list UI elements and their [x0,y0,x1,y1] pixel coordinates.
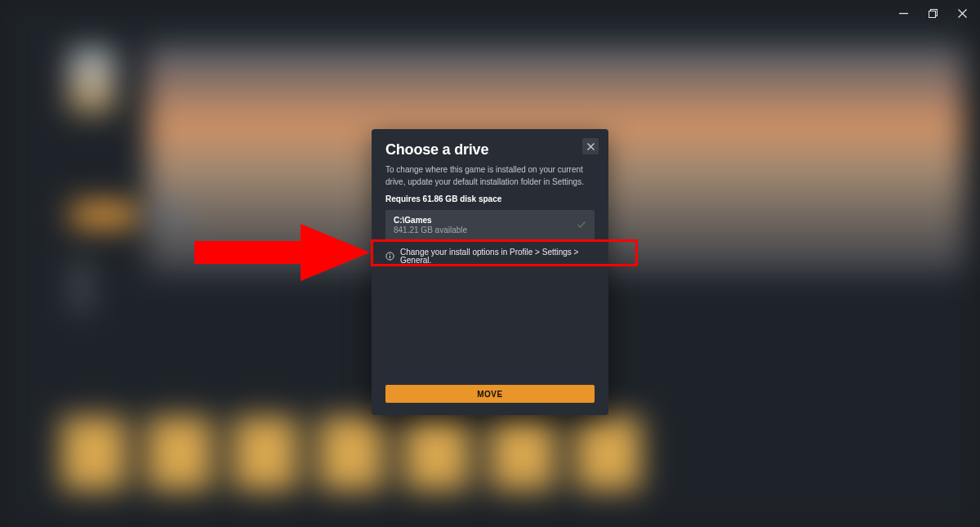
check-icon [577,218,586,233]
restore-icon [929,9,938,18]
dialog-footer: MOVE [372,375,608,415]
dialog-description: To change where this game is installed o… [372,163,608,194]
window-controls [889,4,976,22]
drive-option[interactable]: C:\Games 841.21 GB available [385,210,595,240]
drive-available: 841.21 GB available [394,226,586,234]
dialog-header: Choose a drive [372,129,608,163]
info-icon [385,249,394,264]
restore-button[interactable] [927,7,938,19]
drive-path: C:\Games [394,216,586,225]
svg-point-7 [390,254,390,255]
minimize-icon [899,9,908,18]
move-button[interactable]: MOVE [385,385,595,403]
close-button[interactable] [956,7,968,19]
choose-drive-dialog: Choose a drive To change where this game… [372,129,608,415]
close-icon [958,9,967,18]
minimize-button[interactable] [898,7,909,19]
svg-rect-1 [929,11,935,17]
info-hint-row: Change your install options in Profile >… [385,247,595,266]
close-icon [587,143,595,150]
info-hint-text: Change your install options in Profile >… [400,248,595,265]
dialog-title: Choose a drive [385,141,595,159]
move-button-label: MOVE [477,390,502,399]
dialog-close-button[interactable] [582,138,599,154]
required-space-label: Requires 61.86 GB disk space [372,194,608,210]
